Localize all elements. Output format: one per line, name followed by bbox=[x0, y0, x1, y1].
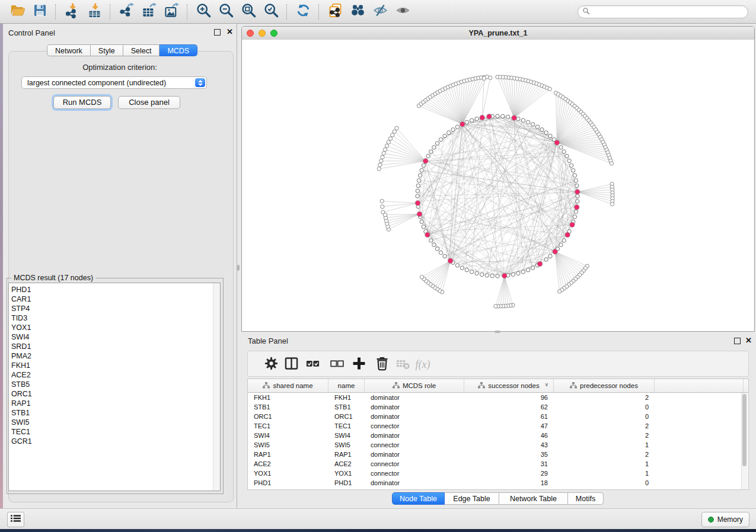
open-session-button[interactable] bbox=[6, 2, 28, 21]
mcds-result-item[interactable]: TID3 bbox=[9, 313, 220, 323]
float-panel-icon[interactable] bbox=[214, 29, 221, 36]
table-row[interactable]: RAP1RAP1dominator352 bbox=[248, 450, 748, 459]
mcds-result-item[interactable]: SWI4 bbox=[9, 332, 220, 342]
mcds-result-item[interactable]: YOX1 bbox=[9, 323, 220, 332]
search-input[interactable] bbox=[590, 6, 748, 18]
mcds-result-item[interactable]: TEC1 bbox=[9, 427, 220, 437]
mcds-result-item[interactable]: ACE2 bbox=[9, 370, 220, 380]
window-zoom-icon[interactable] bbox=[270, 30, 277, 37]
tab-network[interactable]: Network bbox=[47, 44, 91, 56]
export-table-button[interactable] bbox=[138, 2, 160, 21]
column-header-shared-name[interactable]: shared name bbox=[248, 379, 328, 392]
find-button[interactable] bbox=[346, 2, 369, 21]
zoom-in-button[interactable] bbox=[192, 2, 215, 21]
mcds-result-item[interactable]: STB1 bbox=[9, 408, 220, 418]
deselect-all-checks-button[interactable] bbox=[328, 356, 345, 373]
show-details-button[interactable] bbox=[391, 2, 414, 21]
mcds-result-list[interactable]: PHD1CAR1STP4TID3YOX1SWI4SRD1PMA2FKH1ACE2… bbox=[8, 283, 221, 491]
column-header-label: MCDS role bbox=[403, 382, 436, 389]
mcds-result-item[interactable]: PMA2 bbox=[9, 351, 220, 361]
clone-network-button[interactable] bbox=[324, 2, 346, 21]
cell-predecessor-nodes: 2 bbox=[554, 422, 655, 430]
window-min-icon[interactable] bbox=[259, 30, 266, 37]
mcds-result-item[interactable]: RAP1 bbox=[9, 399, 220, 408]
memory-button[interactable]: Memory bbox=[701, 512, 749, 527]
taskbar-list-button[interactable] bbox=[7, 512, 24, 527]
column-header-successor-nodes[interactable]: successor nodes∨ bbox=[464, 379, 554, 392]
zoom-out-button[interactable] bbox=[215, 2, 237, 21]
cell-successor-nodes: 18 bbox=[464, 479, 554, 486]
mcds-result-item[interactable]: STB5 bbox=[9, 380, 220, 389]
table-row[interactable]: FKH1FKH1dominator962 bbox=[248, 393, 748, 402]
delete-table-icon bbox=[395, 355, 411, 374]
mcds-result-item[interactable]: FKH1 bbox=[9, 361, 220, 370]
mcds-list-scrollbar[interactable] bbox=[213, 283, 220, 491]
delete-column-button[interactable] bbox=[374, 356, 390, 373]
hide-details-button[interactable] bbox=[369, 2, 391, 21]
toolbar-separator bbox=[286, 4, 288, 20]
table-row[interactable]: ACE2ACE2connector311 bbox=[248, 459, 748, 469]
table-row[interactable]: YOX1YOX1connector291 bbox=[248, 469, 748, 478]
tab-style[interactable]: Style bbox=[91, 44, 123, 56]
table-row[interactable]: TEC1TEC1connector472 bbox=[248, 421, 748, 431]
mcds-result-item[interactable]: PHD1 bbox=[9, 285, 220, 294]
network-canvas[interactable] bbox=[242, 40, 754, 331]
tab-node-table[interactable]: Node Table bbox=[392, 492, 445, 505]
table-row[interactable]: SWI4SWI4dominator462 bbox=[248, 431, 748, 440]
column-header-label: shared name bbox=[273, 382, 312, 389]
column-header-MCDS-role[interactable]: MCDS role bbox=[365, 379, 464, 392]
run-mcds-button[interactable]: Run MCDS bbox=[53, 96, 111, 109]
export-image-button[interactable] bbox=[160, 2, 183, 21]
close-panel-button[interactable]: Close panel bbox=[118, 96, 180, 109]
vertical-splitter-handle[interactable] bbox=[237, 265, 240, 271]
column-type-icon bbox=[263, 382, 270, 390]
tab-motifs[interactable]: Motifs bbox=[568, 492, 604, 505]
tab-mcds[interactable]: MCDS bbox=[160, 44, 197, 56]
table-row[interactable]: SWI5SWI5connector431 bbox=[248, 440, 748, 450]
tab-edge-table[interactable]: Edge Table bbox=[445, 492, 499, 505]
mcds-result-item[interactable]: STP4 bbox=[9, 304, 220, 313]
add-column-icon bbox=[351, 355, 367, 374]
column-header-filler[interactable] bbox=[655, 379, 744, 392]
import-table-button[interactable] bbox=[83, 2, 106, 21]
table-row[interactable]: STB1STB1dominator620 bbox=[248, 402, 748, 412]
mcds-result-item[interactable]: SRD1 bbox=[9, 342, 220, 351]
close-panel-icon[interactable]: ✕ bbox=[227, 28, 233, 35]
tab-select[interactable]: Select bbox=[123, 44, 160, 56]
open-session-icon bbox=[9, 2, 25, 21]
search-field[interactable] bbox=[578, 5, 748, 18]
split-columns-button[interactable] bbox=[283, 356, 299, 373]
refresh-layout-button[interactable] bbox=[292, 2, 314, 21]
table-scrollbar[interactable] bbox=[741, 393, 748, 489]
settings-gear-button[interactable] bbox=[263, 356, 279, 373]
import-network-button[interactable] bbox=[60, 2, 83, 21]
refresh-layout-icon bbox=[295, 2, 311, 21]
zoom-fit-button[interactable] bbox=[237, 2, 260, 21]
add-column-button[interactable] bbox=[350, 356, 367, 373]
cell-successor-nodes: 35 bbox=[464, 451, 554, 458]
mcds-result-item[interactable]: CAR1 bbox=[9, 294, 220, 304]
mcds-result-item[interactable]: SWI5 bbox=[9, 418, 220, 427]
close-table-panel-icon[interactable]: ✕ bbox=[745, 337, 752, 344]
export-network-button[interactable] bbox=[115, 2, 138, 21]
mcds-result-item[interactable]: GCR1 bbox=[9, 437, 220, 446]
network-window-titlebar[interactable]: YPA_prune.txt_1 bbox=[242, 27, 754, 40]
column-header-name[interactable]: name bbox=[328, 379, 365, 392]
select-all-checks-button[interactable] bbox=[304, 356, 321, 373]
float-table-panel-icon[interactable] bbox=[734, 338, 741, 344]
toolbar-separator bbox=[318, 4, 320, 20]
table-row[interactable]: PHD1PHD1dominator180 bbox=[248, 478, 748, 488]
mcds-result-item[interactable]: ORC1 bbox=[9, 389, 220, 399]
tab-network-table[interactable]: Network Table bbox=[499, 492, 568, 505]
table-panel-title: Table Panel bbox=[248, 336, 288, 345]
table-scrollbar-thumb[interactable] bbox=[742, 394, 747, 466]
cell-MCDS-role: connector bbox=[365, 441, 464, 448]
column-header-predecessor-nodes[interactable]: predecessor nodes bbox=[554, 379, 655, 392]
zoom-selected-button[interactable] bbox=[260, 2, 282, 21]
save-session-button[interactable] bbox=[28, 2, 51, 21]
column-header-label: name bbox=[338, 382, 355, 389]
table-row[interactable]: ORC1ORC1dominator610 bbox=[248, 412, 748, 421]
node-table[interactable]: shared namenameMCDS rolesuccessor nodes∨… bbox=[247, 379, 749, 490]
window-close-icon[interactable] bbox=[247, 30, 254, 37]
optimization-criterion-select[interactable]: largest connected component (undirected) bbox=[21, 76, 207, 89]
